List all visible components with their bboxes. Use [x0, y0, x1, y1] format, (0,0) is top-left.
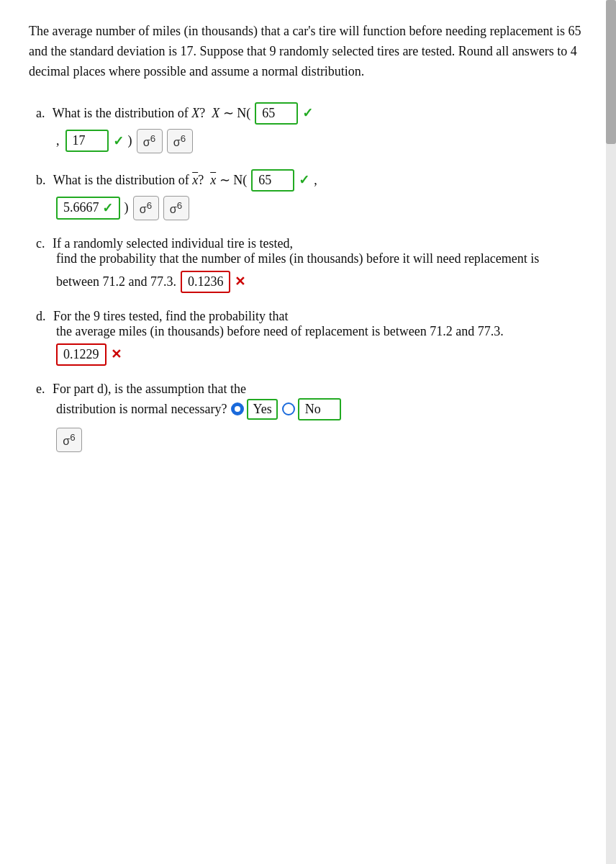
- part-e-yes-label: Yes: [247, 399, 277, 420]
- problem-intro: The average number of miles (in thousand…: [29, 22, 587, 82]
- parts-container: a. What is the distribution of X? X ∼ N(…: [36, 102, 587, 452]
- part-b: b. What is the distribution of x? x ∼ N(…: [36, 169, 587, 220]
- part-a-sigma-btn2[interactable]: σ6: [167, 129, 193, 153]
- part-e-yes-option[interactable]: Yes: [231, 399, 277, 420]
- part-a-check1: ✓: [302, 105, 313, 121]
- part-a-row2: , 17 ✓ ) σ6 σ6: [56, 129, 587, 153]
- part-b-sigma-btn2[interactable]: σ6: [163, 196, 189, 220]
- part-e-no-radio[interactable]: [282, 402, 295, 415]
- part-e-no-label-box: No: [298, 398, 341, 420]
- part-e-no-label: No: [305, 402, 321, 417]
- part-c-text-block: find the probability that the number of …: [56, 251, 587, 293]
- part-b-paren: ): [124, 200, 129, 215]
- part-e-sigma-row: σ6: [56, 428, 587, 452]
- part-a-comma: ,: [56, 133, 60, 148]
- part-b-comma: ,: [314, 173, 317, 188]
- part-e-radio-group: Yes No: [231, 398, 340, 420]
- part-d-answer: 0.1229: [63, 347, 99, 362]
- part-e-text-block: distribution is normal necessary? Yes No: [56, 398, 587, 452]
- part-a-val1: 65: [262, 106, 275, 121]
- part-b-val1-box[interactable]: 65: [251, 169, 294, 192]
- part-a-paren: ): [128, 133, 132, 148]
- part-e-text2: distribution is normal necessary?: [56, 402, 227, 417]
- part-b-val2: 5.6667: [63, 200, 99, 215]
- part-a-val2-box[interactable]: 17: [65, 130, 109, 152]
- part-b-row1: b. What is the distribution of x? x ∼ N(…: [36, 169, 587, 192]
- part-b-sigma-icon1: σ6: [140, 200, 152, 216]
- part-d-answer-box[interactable]: 0.1229: [56, 343, 107, 366]
- part-d-label: d.: [36, 309, 46, 324]
- part-a-sigma-btn1[interactable]: σ6: [137, 129, 163, 153]
- part-c-answer: 0.1236: [188, 274, 224, 289]
- part-d-answer-row: 0.1229 ✕: [56, 343, 587, 366]
- part-e-question-row: distribution is normal necessary? Yes No: [56, 398, 587, 420]
- part-c-text1: If a randomly selected individual tire i…: [50, 236, 293, 251]
- part-a-sigma-icon1: σ6: [143, 133, 155, 149]
- part-a-text: What is the distribution of X? X ∼ N(: [50, 105, 251, 121]
- part-b-row2: 5.6667 ✓ ) σ6 σ6: [56, 196, 587, 220]
- part-e-sigma-btn[interactable]: σ6: [56, 428, 82, 452]
- part-e: e. For part d), is the assumption that t…: [36, 382, 587, 452]
- part-b-check1: ✓: [299, 172, 309, 188]
- part-b-check2: ✓: [102, 200, 113, 216]
- part-e-no-option[interactable]: No: [282, 398, 341, 420]
- part-d-text2: the average miles (in thousands) before …: [56, 324, 302, 338]
- part-d: d. For the 9 tires tested, find the prob…: [36, 309, 587, 366]
- part-d-text3: replacement is between 71.2 and 77.3.: [305, 324, 504, 338]
- part-e-yes-radio[interactable]: [231, 402, 244, 415]
- part-a-check2: ✓: [113, 133, 124, 149]
- part-c-answer-box[interactable]: 0.1236: [181, 271, 231, 293]
- part-a-label: a.: [36, 106, 45, 121]
- part-b-label: b.: [36, 173, 46, 188]
- part-c-answer-row: between 71.2 and 77.3. 0.1236 ✕: [56, 271, 587, 293]
- part-d-text-block: the average miles (in thousands) before …: [56, 324, 587, 366]
- part-a-row1: a. What is the distribution of X? X ∼ N(…: [36, 102, 587, 125]
- part-d-x-icon: ✕: [111, 346, 122, 362]
- scrollbar-thumb[interactable]: [606, 0, 616, 144]
- part-d-row1: d. For the 9 tires tested, find the prob…: [36, 309, 587, 324]
- part-e-row1: e. For part d), is the assumption that t…: [36, 382, 587, 397]
- part-a-val2: 17: [73, 133, 86, 148]
- part-c-text3: thousands) before it will need replaceme…: [307, 251, 539, 266]
- part-a-val1-box[interactable]: 65: [255, 102, 298, 125]
- part-b-val2-box[interactable]: 5.6667 ✓: [56, 197, 120, 220]
- part-a: a. What is the distribution of X? X ∼ N(…: [36, 102, 587, 153]
- part-b-text: What is the distribution of x? x ∼ N(: [50, 172, 248, 188]
- part-b-sigma-btn1[interactable]: σ6: [133, 196, 159, 220]
- part-c: c. If a randomly selected individual tir…: [36, 236, 587, 293]
- part-b-val1: 65: [258, 173, 271, 188]
- part-e-text1: For part d), is the assumption that the: [50, 382, 246, 397]
- part-e-label: e.: [36, 382, 45, 397]
- part-b-sigma-icon2: σ6: [170, 200, 182, 216]
- part-c-text4: between 71.2 and 77.3.: [56, 274, 176, 289]
- part-c-x-icon: ✕: [235, 274, 245, 289]
- part-d-text1: For the 9 tires tested, find the probabi…: [50, 309, 289, 324]
- part-c-label: c.: [36, 236, 45, 251]
- part-c-text2: find the probability that the number of …: [56, 251, 304, 266]
- scrollbar-track[interactable]: [606, 0, 616, 864]
- part-e-sigma-icon: σ6: [63, 432, 75, 448]
- part-c-row1: c. If a randomly selected individual tir…: [36, 236, 587, 251]
- part-a-sigma-icon2: σ6: [173, 133, 186, 149]
